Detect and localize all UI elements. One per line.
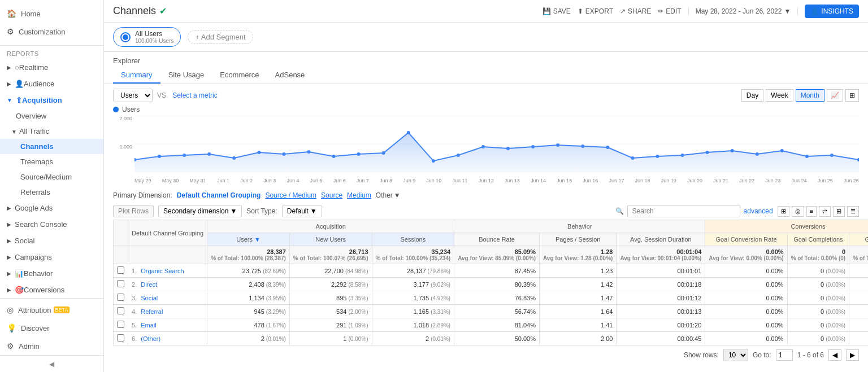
row-num-2: 3.	[132, 295, 137, 301]
channel-link-4[interactable]: Email	[141, 322, 157, 329]
th-goal-conv[interactable]: Goal Conversion Rate	[705, 233, 787, 246]
chart-svg	[134, 116, 859, 172]
line-chart-button[interactable]: 📈	[827, 89, 843, 102]
table-view-button[interactable]: ⊞	[778, 206, 789, 217]
performance-button[interactable]: ≡	[806, 206, 817, 217]
sidebar-item-attribution[interactable]: ◎ Attribution BETA	[0, 301, 103, 319]
month-button[interactable]: Month	[796, 89, 824, 102]
metric-selector: Users VS. Select a metric	[113, 89, 218, 102]
sidebar-item-overview[interactable]: Overview	[0, 108, 103, 124]
pivot-button[interactable]: ⊞	[833, 206, 845, 217]
sidebar-item-source-medium[interactable]: Source/Medium	[0, 169, 103, 185]
row-checkbox-4[interactable]	[117, 321, 124, 328]
search-input[interactable]	[627, 205, 740, 217]
svg-point-18	[506, 147, 510, 150]
prev-page-button[interactable]: ◀	[828, 349, 841, 361]
other-dropdown[interactable]: Other ▼	[376, 191, 401, 199]
sort-type-dropdown[interactable]: Default ▼	[282, 205, 322, 217]
channel-link-5[interactable]: (Other)	[141, 335, 160, 342]
default-channel-grouping-link[interactable]: Default Channel Grouping	[177, 191, 261, 199]
legend-dot	[113, 107, 119, 112]
sidebar-item-realtime[interactable]: ▶ ○ Realtime	[0, 59, 103, 76]
sidebar-collapse-button[interactable]: ◀	[0, 355, 103, 372]
row-checkbox-0[interactable]	[117, 266, 124, 274]
table-toolbar: Plot Rows Secondary dimension ▼ Sort Typ…	[113, 203, 859, 220]
row-checkbox-2[interactable]	[117, 294, 124, 301]
edit-button[interactable]: ✏ EDIT	[658, 7, 681, 15]
comparison-button[interactable]: ⇌	[819, 206, 831, 217]
sidebar-item-campaigns[interactable]: ▶ Campaigns	[0, 249, 103, 265]
th-goal-completions[interactable]: Goal Completions	[787, 233, 849, 246]
tab-summary[interactable]: Summary	[113, 67, 160, 84]
campaigns-arrow-icon: ▶	[7, 254, 11, 260]
sidebar-item-referrals[interactable]: Referrals	[0, 185, 103, 200]
th-acquisition: Acquisition	[207, 220, 454, 233]
attribution-beta-badge: BETA	[54, 307, 70, 313]
week-button[interactable]: Week	[766, 89, 793, 102]
home-icon: 🏠	[7, 9, 16, 18]
segments-bar: All Users 100.00% Users + Add Segment	[104, 23, 868, 52]
bar-chart-button[interactable]: ⊞	[845, 89, 859, 102]
insights-button[interactable]: 👤 INSIGHTS	[805, 5, 859, 18]
tab-ecommerce[interactable]: Ecommerce	[212, 67, 267, 84]
share-button[interactable]: ↗ SHARE	[620, 7, 651, 15]
sidebar-item-discover[interactable]: 💡 Discover	[0, 319, 103, 337]
lifetime-button[interactable]: ≣	[847, 206, 859, 217]
advanced-link[interactable]: advanced	[744, 207, 773, 215]
sidebar-item-admin[interactable]: ⚙ Admin	[0, 337, 103, 355]
th-avg-duration[interactable]: Avg. Session Duration	[617, 233, 705, 246]
tab-site-usage[interactable]: Site Usage	[160, 67, 212, 84]
channel-link-2[interactable]: Social	[141, 295, 158, 301]
sidebar-item-behavior[interactable]: ▶ 📊 Behavior	[0, 265, 103, 282]
sidebar-item-search-console[interactable]: ▶ Search Console	[0, 216, 103, 233]
discover-icon: 💡	[7, 323, 16, 332]
add-segment-button[interactable]: + Add Segment	[188, 30, 253, 44]
rows-per-page-select[interactable]: 10 25 50	[723, 349, 748, 361]
reports-section-label: REPORTS	[0, 46, 103, 59]
source-link[interactable]: Source	[321, 191, 342, 199]
sidebar-item-acquisition[interactable]: ▼ ⇧ Acquisition	[0, 92, 103, 108]
sidebar-item-channels[interactable]: Channels	[0, 139, 103, 154]
table-row: 3. Social 1,134 (3.95%) 895 (3.35%) 1,73…	[114, 291, 869, 305]
medium-link[interactable]: Medium	[347, 191, 371, 199]
row-checkbox-1[interactable]	[117, 280, 124, 287]
channel-link-0[interactable]: Organic Search	[141, 268, 184, 274]
export-button[interactable]: ⬆ EXPORT	[578, 7, 613, 15]
save-button[interactable]: 💾 SAVE	[542, 7, 571, 15]
select-metric-link[interactable]: Select a metric	[172, 91, 217, 99]
row-checkbox-5[interactable]	[117, 334, 124, 342]
pie-chart-button[interactable]: ◎	[792, 206, 804, 217]
sidebar-item-audience[interactable]: ▶ 👤 Audience	[0, 76, 103, 92]
th-bounce-rate[interactable]: Bounce Rate	[454, 233, 540, 246]
sidebar-item-all-traffic[interactable]: ▼All Traffic	[0, 124, 103, 139]
channel-link-1[interactable]: Direct	[141, 281, 157, 288]
sidebar-item-home[interactable]: 🏠 Home	[0, 5, 103, 23]
chart-area: Users VS. Select a metric Day Week Month…	[104, 84, 868, 188]
sidebar-item-social[interactable]: ▶ Social	[0, 233, 103, 249]
next-page-button[interactable]: ▶	[846, 349, 859, 361]
th-pages-session[interactable]: Pages / Session	[540, 233, 617, 246]
th-goal-value[interactable]: Goal Value	[849, 233, 868, 246]
sidebar-item-google-ads[interactable]: ▶ Google Ads	[0, 200, 103, 216]
go-to-label: Go to:	[753, 351, 771, 359]
plot-rows-button[interactable]: Plot Rows	[113, 205, 154, 217]
row-checkbox-3[interactable]	[117, 307, 124, 314]
th-users[interactable]: Users ▼	[207, 233, 290, 246]
go-to-input[interactable]	[776, 349, 793, 361]
sidebar-item-customization[interactable]: ⚙ Customization	[0, 23, 103, 41]
tab-adsense[interactable]: AdSense	[267, 67, 313, 84]
pagination: Show rows: 10 25 50 Go to: 1 - 6 of 6 ◀ …	[113, 345, 859, 365]
th-sessions[interactable]: Sessions	[372, 233, 454, 246]
date-range-picker[interactable]: May 28, 2022 - Jun 26, 2022 ▼	[696, 7, 791, 15]
day-button[interactable]: Day	[741, 89, 763, 102]
insights-label: INSIGHTS	[821, 7, 853, 15]
metric-dropdown[interactable]: Users	[113, 89, 153, 102]
channel-link-3[interactable]: Referral	[141, 308, 163, 315]
sidebar-item-conversions[interactable]: ▶ 🎯 Conversions	[0, 282, 103, 298]
all-users-segment[interactable]: All Users 100.00% Users	[113, 27, 181, 47]
source-medium-link[interactable]: Source / Medium	[265, 191, 316, 199]
sort-type-label-static: Sort Type:	[246, 207, 277, 215]
sidebar-item-treemaps[interactable]: Treemaps	[0, 154, 103, 169]
th-new-users[interactable]: New Users	[289, 233, 372, 246]
secondary-dimension-button[interactable]: Secondary dimension ▼	[158, 205, 242, 217]
